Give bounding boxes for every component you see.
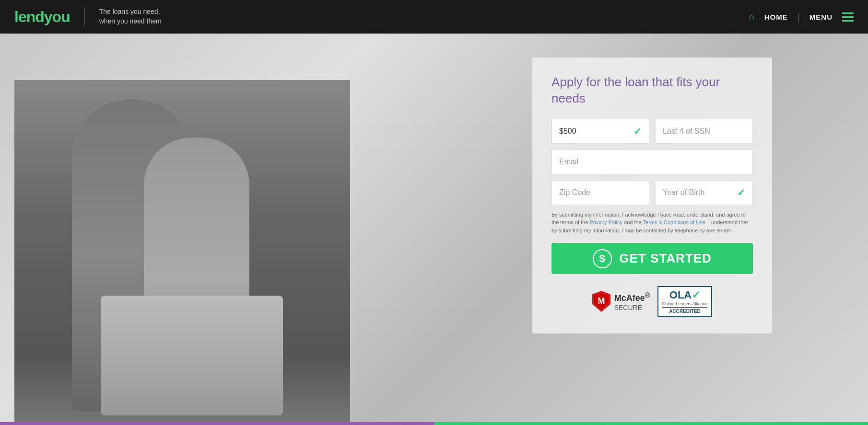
- nav-area: ⌂ HOME | MENU: [749, 11, 854, 23]
- email-field-container: [551, 149, 753, 174]
- couple-silhouette: [14, 80, 350, 425]
- tagline-line2: when you need them: [99, 17, 162, 26]
- home-icon[interactable]: ⌂: [749, 11, 755, 23]
- hamburger-menu-icon[interactable]: [842, 12, 854, 22]
- bottom-color-bars: [0, 422, 868, 425]
- year-of-birth-arrow: ✓: [737, 187, 745, 198]
- year-of-birth-dropdown[interactable]: Year of Birth ✓: [655, 180, 753, 205]
- loan-amount-value: $500: [559, 127, 576, 136]
- loan-amount-arrow: ✓: [633, 126, 642, 137]
- nav-menu-link[interactable]: MENU: [809, 13, 833, 21]
- logo: lendyou: [14, 8, 70, 26]
- mcafee-name: McAfee®: [614, 291, 650, 304]
- mcafee-badge: M McAfee® SECURE: [592, 291, 650, 312]
- nav-separator: |: [798, 11, 800, 23]
- logo-area: lendyou The loans you need, when you nee…: [14, 7, 162, 26]
- dollar-circle-icon: $: [593, 249, 612, 268]
- tagline-line1: The loans you need,: [99, 7, 162, 17]
- ola-accredited: ACCREDITED: [662, 307, 708, 314]
- svg-text:M: M: [598, 296, 605, 306]
- logo-accent: you: [44, 8, 70, 25]
- ola-sub: Online Lenders Alliance: [662, 301, 708, 306]
- terms-text: By submitting my information, I acknowle…: [551, 211, 753, 235]
- ssn-input[interactable]: [663, 127, 745, 136]
- zip-input[interactable]: [559, 188, 642, 197]
- logo-text: lendyou: [14, 8, 70, 25]
- logo-divider: [84, 7, 85, 26]
- mcafee-text: McAfee® SECURE: [614, 291, 650, 311]
- main-content: Apply for the loan that fits your needs …: [0, 34, 868, 425]
- trust-badges: M McAfee® SECURE OLA✓ Online Lenders All…: [551, 286, 753, 317]
- year-of-birth-value: Year of Birth: [663, 188, 704, 197]
- loan-amount-dropdown[interactable]: $500 ✓: [551, 119, 649, 144]
- form-panel: Apply for the loan that fits your needs …: [532, 57, 772, 333]
- laptop: [101, 296, 283, 415]
- form-row-1: $500 ✓: [551, 119, 753, 144]
- zip-field-container: [551, 180, 649, 205]
- nav-home-link[interactable]: HOME: [764, 13, 788, 21]
- mcafee-shield-icon: M: [592, 291, 610, 312]
- logo-brand: lend: [14, 8, 44, 25]
- mcafee-sub: SECURE: [614, 304, 650, 312]
- ola-badge: OLA✓ Online Lenders Alliance ACCREDITED: [657, 286, 713, 317]
- header: lendyou The loans you need, when you nee…: [0, 0, 868, 34]
- ssn-field-container: [655, 119, 753, 144]
- email-input[interactable]: [559, 158, 745, 166]
- logo-tagline: The loans you need, when you need them: [99, 7, 162, 26]
- hero-image: [0, 61, 364, 425]
- form-title: Apply for the loan that fits your needs: [551, 74, 753, 107]
- ola-text: OLA✓: [669, 289, 700, 301]
- form-row-3: Year of Birth ✓: [551, 180, 753, 205]
- get-started-button[interactable]: $ GET STARTED: [551, 243, 753, 274]
- get-started-label: GET STARTED: [619, 251, 712, 266]
